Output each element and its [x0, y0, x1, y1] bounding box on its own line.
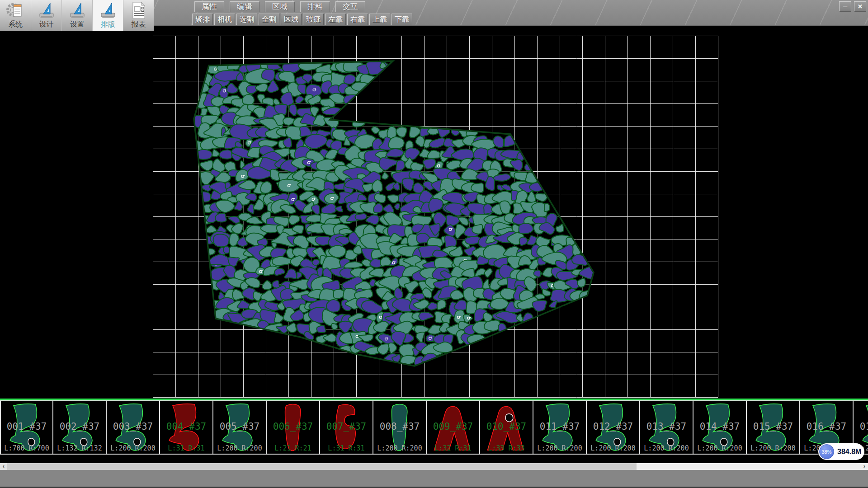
piece-thumbnail-name: 016_#37: [800, 421, 853, 432]
nav-item-label: 系统: [0, 20, 31, 29]
nav-item-nesting[interactable]: 排版: [92, 0, 123, 31]
piece-thumbnail[interactable]: 014_#37L:200 R:200: [693, 400, 747, 455]
window-controls: ─ ✕: [839, 1, 866, 12]
tool-defect-button[interactable]: 瑕疵: [303, 14, 324, 25]
report-document-icon: [130, 1, 148, 20]
nav-item-label: 设计: [31, 20, 61, 29]
piece-thumbnail-counts: L:31 R:31: [160, 444, 212, 452]
thumbnail-scrollbar[interactable]: ‹ ›: [0, 463, 868, 470]
nav-item-label: 报表: [123, 20, 154, 29]
menu-tab-properties[interactable]: 属性: [194, 1, 224, 12]
nav-item-label: 排版: [93, 20, 123, 29]
piece-thumbnail-strip: 001_#37L:700 R:700002_#37L:132 R:132003_…: [0, 399, 868, 455]
tool-button-bar: 聚排 相机 选割 全割 区域 瑕疵 左靠 右靠 上靠 下靠: [192, 14, 412, 25]
piece-thumbnail[interactable]: 008_#37L:200 R:200: [373, 400, 427, 455]
piece-thumbnail[interactable]: 011_#37L:200 R:200: [533, 400, 587, 455]
piece-thumbnail-name: 004_#37: [160, 421, 212, 432]
menu-tab-interaction[interactable]: 交互: [335, 1, 365, 12]
tool-cluster-nest-button[interactable]: 聚排: [192, 14, 213, 25]
piece-thumbnail-name: 005_#37: [213, 421, 266, 432]
piece-thumbnail-counts: L:132 R:132: [53, 444, 106, 452]
piece-thumbnail-counts: L:200 R:200: [747, 444, 799, 452]
piece-thumbnail-name: 010_#37: [480, 421, 533, 432]
status-bar: [0, 470, 868, 488]
scroll-left-arrow-icon[interactable]: ‹: [0, 463, 7, 470]
piece-thumbnail-name: 009_#37: [427, 421, 479, 432]
piece-thumbnail-counts: L:21 R:21: [267, 444, 319, 452]
main-nav-toolbar: 系统 设计 设置 排版: [0, 0, 154, 31]
piece-thumbnail-counts: L:200 R:200: [213, 444, 266, 452]
piece-thumbnail[interactable]: 006_#37L:21 R:21: [267, 400, 320, 455]
piece-thumbnail[interactable]: 003_#37L:200 R:200: [107, 400, 160, 455]
system-gear-icon: [6, 1, 24, 20]
piece-thumbnail[interactable]: 010_#37L:33 R:33: [480, 400, 533, 455]
piece-thumbnail[interactable]: 015_#37L:200 R:200: [747, 400, 800, 455]
tool-region-button[interactable]: 区域: [281, 14, 302, 25]
piece-thumbnail-name: 017_#37: [854, 421, 868, 432]
piece-thumbnail[interactable]: 012_#37L:200 R:200: [587, 400, 640, 455]
piece-thumbnail[interactable]: 001_#37L:700 R:700: [0, 400, 53, 455]
piece-thumbnail[interactable]: 004_#37L:31 R:31: [160, 400, 213, 455]
scroll-right-arrow-icon[interactable]: ›: [861, 463, 868, 470]
piece-thumbnail-counts: L:200 R:200: [373, 444, 426, 452]
piece-thumbnail-counts: L:33 R:33: [480, 444, 533, 452]
piece-thumbnail-counts: L:32 R:31: [427, 444, 479, 452]
piece-thumbnail-name: 001_#37: [1, 421, 52, 432]
settings-ruler-icon: [68, 1, 86, 20]
piece-thumbnail[interactable]: 007_#37L:31 R:31: [320, 400, 373, 455]
tool-select-cut-button[interactable]: 选割: [236, 14, 257, 25]
nav-item-label: 设置: [62, 20, 92, 29]
piece-thumbnail-name: 012_#37: [587, 421, 639, 432]
tool-align-right-button[interactable]: 右靠: [347, 14, 368, 25]
menu-tab-region[interactable]: 区域: [265, 1, 295, 12]
memory-percent-indicator: 38%: [819, 444, 834, 459]
piece-thumbnail-counts: L:200 R:200: [640, 444, 693, 452]
piece-thumbnail[interactable]: 002_#37L:132 R:132: [53, 400, 107, 455]
piece-thumbnail[interactable]: 005_#37L:200 R:200: [213, 400, 267, 455]
piece-thumbnail-name: 003_#37: [107, 421, 159, 432]
piece-thumbnail-name: 008_#37: [373, 421, 426, 432]
piece-thumbnail[interactable]: 009_#37L:32 R:31: [427, 400, 480, 455]
piece-thumbnail-name: 015_#37: [747, 421, 799, 432]
piece-thumbnail-name: 006_#37: [267, 421, 319, 432]
piece-thumbnail-list: 001_#37L:700 R:700002_#37L:132 R:132003_…: [0, 400, 868, 455]
tool-align-top-button[interactable]: 上靠: [369, 14, 390, 25]
piece-thumbnail-name: 014_#37: [693, 421, 746, 432]
menu-tab-nesting[interactable]: 排料: [300, 1, 330, 12]
menu-tab-edit[interactable]: 编辑: [230, 1, 259, 12]
piece-thumbnail-counts: L:700 R:700: [1, 444, 52, 452]
menu-tab-bar: 属性 编辑 区域 排料 交互: [194, 1, 365, 12]
piece-thumbnail-counts: L:200 R:200: [693, 444, 746, 452]
piece-thumbnail-name: 013_#37: [640, 421, 693, 432]
tool-camera-button[interactable]: 相机: [214, 14, 235, 25]
piece-thumbnail-counts: L:31 R:31: [320, 444, 373, 452]
minimize-button[interactable]: ─: [839, 1, 851, 12]
memory-badge: 38% 384.8M: [818, 443, 864, 460]
piece-thumbnail[interactable]: 013_#37L:200 R:200: [640, 400, 693, 455]
piece-thumbnail-counts: L:200 R:200: [587, 444, 639, 452]
memory-value: 384.8M: [837, 443, 861, 460]
scrollbar-thumb[interactable]: [7, 463, 637, 470]
nav-item-design[interactable]: 设计: [31, 0, 61, 31]
nav-item-system[interactable]: 系统: [0, 0, 31, 31]
nesting-canvas[interactable]: [0, 26, 868, 399]
tool-align-left-button[interactable]: 左靠: [325, 14, 346, 25]
piece-thumbnail-counts: L:200 R:200: [107, 444, 159, 452]
nav-item-report[interactable]: 报表: [123, 0, 154, 31]
tool-cut-all-button[interactable]: 全割: [259, 14, 279, 25]
piece-thumbnail-counts: L:200 R:200: [533, 444, 586, 452]
piece-thumbnail-name: 011_#37: [533, 421, 586, 432]
piece-thumbnail-name: 002_#37: [53, 421, 106, 432]
close-button[interactable]: ✕: [854, 1, 866, 12]
nav-item-settings[interactable]: 设置: [61, 0, 92, 31]
nesting-ruler-icon: [99, 1, 117, 20]
design-ruler-icon: [38, 1, 56, 20]
piece-thumbnail-name: 007_#37: [320, 421, 373, 432]
tool-align-bottom-button[interactable]: 下靠: [392, 14, 412, 25]
